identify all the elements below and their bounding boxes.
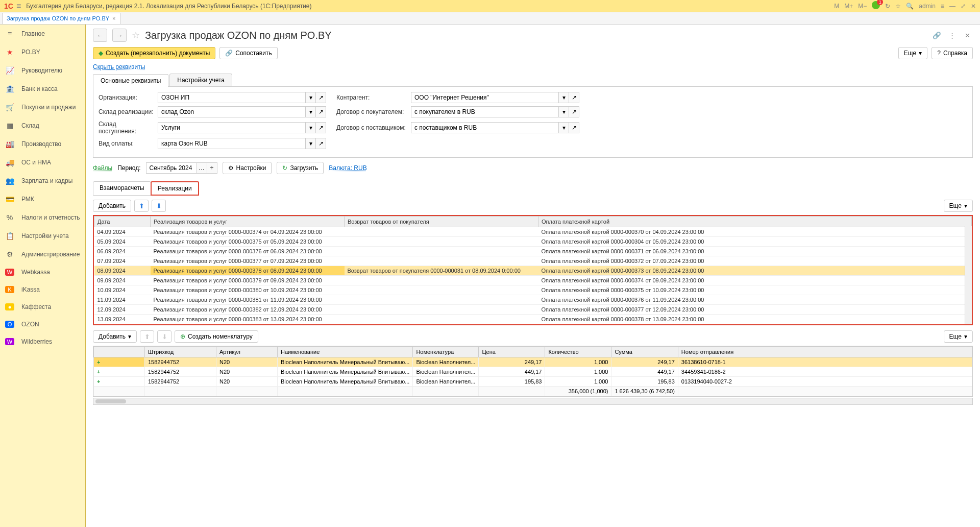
- col-nomenclature[interactable]: Номенклатура: [413, 347, 479, 357]
- col-date[interactable]: Дата: [94, 217, 151, 227]
- detail-row[interactable]: +1582944752N20Bioclean Наполнитель Минер…: [94, 357, 972, 367]
- open-icon[interactable]: ↗: [316, 106, 326, 117]
- table-row[interactable]: 10.09.2024Реализация товаров и услуг 000…: [94, 285, 972, 295]
- table-row[interactable]: 09.09.2024Реализация товаров и услуг 000…: [94, 276, 972, 285]
- close-icon[interactable]: ✕: [971, 3, 976, 10]
- memory-m-minus[interactable]: M−: [858, 3, 867, 10]
- minimize-icon[interactable]: —: [949, 3, 955, 10]
- col-shipment[interactable]: Номер отправления: [678, 347, 972, 357]
- dropdown-icon[interactable]: ▾: [306, 122, 316, 133]
- scrollbar-horizontal[interactable]: [93, 398, 973, 405]
- open-icon[interactable]: ↗: [316, 138, 326, 149]
- period-step[interactable]: ÷: [207, 162, 217, 174]
- create-documents-button[interactable]: ◆Создать (перезаполнить) документы: [93, 47, 215, 59]
- sidebar-item[interactable]: ⚙Администрирование: [0, 245, 85, 264]
- sidebar-item[interactable]: OOZON: [0, 316, 85, 333]
- period-input[interactable]: [146, 162, 197, 174]
- user-name[interactable]: admin: [919, 3, 936, 10]
- settings-button[interactable]: ⚙ Настройки: [223, 162, 272, 174]
- table-row[interactable]: 11.09.2024Реализация товаров и услуг 000…: [94, 295, 972, 305]
- history-icon[interactable]: ↻: [885, 3, 890, 10]
- settings-icon[interactable]: ≡: [941, 3, 944, 10]
- forward-button[interactable]: →: [112, 29, 127, 42]
- memory-m-plus[interactable]: M+: [844, 3, 853, 10]
- sidebar-item[interactable]: ▦Склад: [0, 116, 85, 135]
- payment-input[interactable]: [158, 138, 306, 149]
- detail-row[interactable]: +1582944752N20Bioclean Наполнитель Минер…: [94, 377, 972, 387]
- col-article[interactable]: Артикул: [216, 347, 278, 357]
- maximize-icon[interactable]: ⤢: [961, 3, 966, 10]
- currency-link[interactable]: Валюта: RUB: [329, 164, 366, 172]
- dropdown-icon[interactable]: ▾: [306, 92, 316, 103]
- star-icon[interactable]: ☆: [895, 3, 901, 10]
- more-button[interactable]: Еще ▾: [898, 47, 927, 59]
- sidebar-item[interactable]: KiKassa: [0, 281, 85, 298]
- back-button[interactable]: ←: [93, 29, 107, 42]
- load-button[interactable]: ↻ Загрузить: [277, 162, 324, 174]
- table-more-button[interactable]: Еще ▾: [944, 200, 973, 212]
- col-return[interactable]: Возврат товаров от покупателя: [345, 217, 538, 227]
- expand-icon[interactable]: +: [97, 378, 100, 385]
- open-icon[interactable]: ↗: [316, 92, 326, 103]
- sidebar-item[interactable]: 🏭Производство: [0, 135, 85, 153]
- sidebar-item[interactable]: WWildberries: [0, 333, 85, 350]
- table-row[interactable]: 12.09.2024Реализация товаров и услуг 000…: [94, 305, 972, 315]
- notification-icon[interactable]: 1: [872, 1, 880, 11]
- warehouse-sale-input[interactable]: [158, 106, 306, 117]
- sidebar-item[interactable]: ★PO.BY: [0, 43, 85, 61]
- dropdown-icon[interactable]: ▾: [559, 106, 569, 117]
- dropdown-icon[interactable]: ▾: [559, 122, 569, 133]
- memory-m[interactable]: M: [834, 3, 839, 10]
- kebab-icon[interactable]: ⋮: [946, 30, 958, 41]
- link-icon[interactable]: 🔗: [931, 30, 942, 41]
- tab-main-requisites[interactable]: Основные реквизиты: [93, 74, 168, 87]
- compare-button[interactable]: 🔗Сопоставить: [219, 47, 277, 59]
- sidebar-item[interactable]: 🚚ОС и НМА: [0, 153, 85, 172]
- table-row[interactable]: 06.09.2024Реализация товаров и услуг 000…: [94, 247, 972, 256]
- sidebar-item[interactable]: 🛒Покупки и продажи: [0, 98, 85, 116]
- warehouse-in-input[interactable]: [158, 122, 306, 133]
- scrollbar-vertical[interactable]: [965, 226, 972, 324]
- sidebar-item[interactable]: 👥Зарплата и кадры: [0, 172, 85, 190]
- expand-icon[interactable]: +: [97, 359, 100, 365]
- open-icon[interactable]: ↗: [316, 122, 326, 133]
- open-icon[interactable]: ↗: [569, 106, 579, 117]
- contract-supplier-input[interactable]: [411, 122, 559, 133]
- detail-add-button[interactable]: Добавить ▾: [93, 330, 137, 343]
- dropdown-icon[interactable]: ▾: [306, 138, 316, 149]
- detail-row[interactable]: +1582944752N20Bioclean Наполнитель Минер…: [94, 367, 972, 377]
- table-row[interactable]: 05.09.2024Реализация товаров и услуг 000…: [94, 237, 972, 247]
- menu-icon[interactable]: ≡: [16, 2, 21, 11]
- col-sum[interactable]: Сумма: [611, 347, 678, 357]
- open-icon[interactable]: ↗: [569, 122, 579, 133]
- col-expand[interactable]: [94, 347, 145, 357]
- contract-buyer-input[interactable]: [411, 106, 559, 117]
- tab-settlements[interactable]: Взаиморасчеты: [93, 181, 151, 196]
- tab-close-icon[interactable]: ×: [112, 15, 115, 21]
- open-icon[interactable]: ↗: [569, 92, 579, 103]
- period-ellipsis[interactable]: …: [197, 162, 207, 174]
- table-row[interactable]: 13.09.2024Реализация товаров и услуг 000…: [94, 315, 972, 324]
- detail-more-button[interactable]: Еще ▾: [944, 330, 973, 343]
- expand-icon[interactable]: +: [97, 369, 100, 375]
- add-row-button[interactable]: Добавить: [93, 200, 131, 212]
- col-barcode[interactable]: Штрихкод: [145, 347, 216, 357]
- sidebar-item[interactable]: ≡Главное: [0, 25, 85, 43]
- files-link[interactable]: Файлы: [93, 164, 112, 172]
- sidebar-item[interactable]: 🏦Банк и касса: [0, 80, 85, 98]
- sidebar-item[interactable]: 💳РМК: [0, 190, 85, 208]
- document-tab[interactable]: Загрузка продаж OZON по дням PO.BY ×: [2, 13, 120, 24]
- col-payment[interactable]: Оплата платежной картой: [538, 217, 972, 227]
- table-row[interactable]: 08.09.2024Реализация товаров и услуг 000…: [94, 266, 972, 276]
- table-row[interactable]: 04.09.2024Реализация товаров и услуг 000…: [94, 227, 972, 237]
- help-button[interactable]: ? Справка: [932, 47, 973, 59]
- search-icon[interactable]: 🔍: [906, 3, 914, 10]
- org-input[interactable]: [158, 92, 306, 103]
- sidebar-item[interactable]: 📈Руководителю: [0, 61, 85, 80]
- favorite-star-icon[interactable]: ☆: [132, 30, 140, 41]
- create-nomenclature-button[interactable]: ⊕ Создать номенклатуру: [175, 330, 258, 343]
- close-panel-icon[interactable]: ✕: [962, 30, 973, 41]
- table-row[interactable]: 07.09.2024Реализация товаров и услуг 000…: [94, 256, 972, 266]
- detail-up-icon[interactable]: ⬆: [140, 330, 154, 343]
- sidebar-item[interactable]: %Налоги и отчетность: [0, 208, 85, 227]
